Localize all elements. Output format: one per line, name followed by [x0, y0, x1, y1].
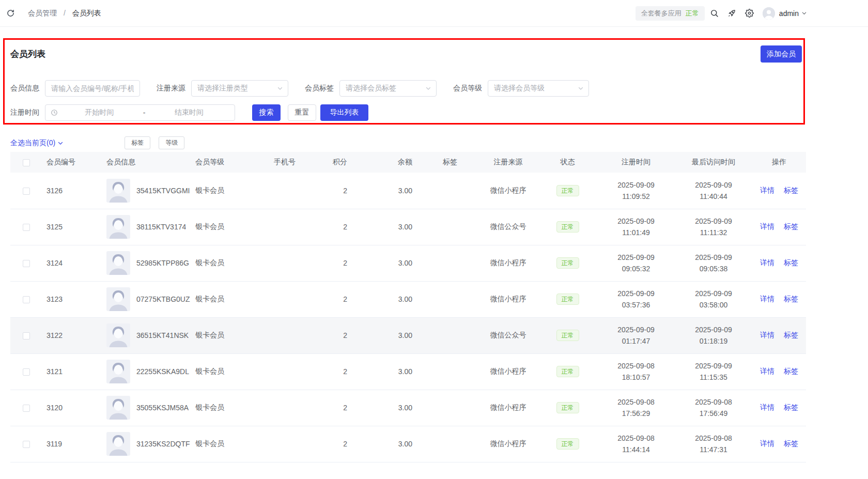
- gear-icon[interactable]: [742, 6, 757, 21]
- detail-link[interactable]: 详情: [760, 258, 774, 267]
- detail-link[interactable]: 详情: [760, 295, 774, 303]
- member-info-input[interactable]: [45, 80, 140, 97]
- row-checkbox[interactable]: [23, 405, 30, 412]
- select-all-current-page[interactable]: 全选当前页(0): [10, 138, 64, 148]
- member-id-cell: 3126: [42, 173, 104, 209]
- action-cell: 详情 标签: [752, 353, 806, 390]
- tag-link[interactable]: 标签: [784, 295, 798, 303]
- breadcrumb: 会员管理 / 会员列表: [28, 9, 101, 18]
- reset-button[interactable]: 重置: [288, 104, 316, 121]
- member-level-cell: 银卡会员: [193, 317, 261, 353]
- member-id-cell: 3120: [42, 390, 104, 426]
- balance-cell: 3.00: [360, 426, 422, 462]
- register-source-select[interactable]: 请选择注册类型: [191, 80, 288, 97]
- member-nickname: 36515KT41NSK: [136, 331, 189, 339]
- row-checkbox[interactable]: [23, 296, 30, 303]
- tag-cell: [422, 209, 478, 245]
- table-row: 3123 07275KTBG0UZ 银卡会员 2 3.00 微信小程序 正常: [10, 281, 806, 317]
- refresh-icon[interactable]: [4, 7, 17, 20]
- table-row: 3121 22255KSKA9DL 银卡会员 2 3.00 微信小程序 正常: [10, 353, 806, 390]
- balance-cell: 3.00: [360, 390, 422, 426]
- header-points: 积分: [308, 152, 360, 173]
- member-id-cell: 3123: [42, 281, 104, 317]
- status-badge: 正常: [556, 330, 579, 341]
- plan-badge: 全套餐多应用 正常: [636, 6, 705, 21]
- header-status: 状态: [538, 152, 597, 173]
- tag-link[interactable]: 标签: [784, 186, 798, 194]
- tag-link[interactable]: 标签: [784, 367, 798, 375]
- tag-link[interactable]: 标签: [784, 258, 798, 267]
- points-cell: 2: [308, 317, 360, 353]
- status-badge: 正常: [556, 221, 579, 233]
- action-cell: 详情 标签: [752, 173, 806, 209]
- register-time-range-picker[interactable]: 开始时间 - 结束时间: [45, 104, 235, 121]
- export-list-button[interactable]: 导出列表: [320, 104, 368, 121]
- detail-link[interactable]: 详情: [760, 331, 774, 339]
- tag-link[interactable]: 标签: [784, 331, 798, 339]
- username: admin: [779, 9, 799, 18]
- breadcrumb-member-management[interactable]: 会员管理: [28, 9, 57, 17]
- tag-link[interactable]: 标签: [784, 403, 798, 411]
- search-icon[interactable]: [707, 6, 722, 21]
- row-checkbox[interactable]: [23, 332, 30, 339]
- member-id-cell: 3121: [42, 353, 104, 390]
- source-cell: 微信公众号: [478, 317, 538, 353]
- member-table: 会员编号 会员信息 会员等级 手机号 积分 余额 标签 注册来源 状态 注册时间…: [10, 152, 806, 462]
- user-menu[interactable]: admin: [763, 7, 807, 20]
- member-avatar: [106, 215, 130, 239]
- clock-icon: [51, 109, 58, 116]
- action-cell: 详情 标签: [752, 209, 806, 245]
- member-nickname: 38115KTV3174: [136, 223, 186, 231]
- tag-link[interactable]: 标签: [784, 439, 798, 447]
- member-nickname: 22255KSKA9DL: [136, 367, 189, 376]
- detail-link[interactable]: 详情: [760, 439, 774, 447]
- header-member-info: 会员信息: [104, 152, 193, 173]
- status-cell: 正常: [538, 317, 597, 353]
- member-id-cell: 3125: [42, 209, 104, 245]
- start-time-placeholder[interactable]: 开始时间: [59, 108, 140, 117]
- tag-link[interactable]: 标签: [784, 222, 798, 230]
- add-member-button[interactable]: 添加会员: [761, 45, 802, 63]
- member-level-cell: 银卡会员: [193, 353, 261, 390]
- breadcrumb-member-list: 会员列表: [72, 9, 101, 17]
- breadcrumb-separator: /: [64, 9, 66, 17]
- points-cell: 2: [308, 209, 360, 245]
- tag-cell: [422, 317, 478, 353]
- balance-cell: 3.00: [360, 245, 422, 281]
- source-cell: 微信小程序: [478, 390, 538, 426]
- table-row: 3122 36515KT41NSK 银卡会员 2 3.00 微信公众号 正常: [10, 317, 806, 353]
- detail-link[interactable]: 详情: [760, 367, 774, 375]
- member-level-cell: 银卡会员: [193, 281, 261, 317]
- phone-cell: [261, 353, 308, 390]
- member-level-select[interactable]: 请选择会员等级: [488, 80, 589, 97]
- row-checkbox[interactable]: [23, 188, 30, 195]
- member-nickname: 31235KS2DQTF: [136, 440, 190, 448]
- header-source: 注册来源: [478, 152, 538, 173]
- select-all-checkbox[interactable]: [23, 159, 30, 166]
- row-checkbox[interactable]: [23, 368, 30, 376]
- action-cell: 详情 标签: [752, 390, 806, 426]
- table-row: 3119 31235KS2DQTF 银卡会员 2 3.00 微信小程序 正常: [10, 426, 806, 462]
- member-level-cell: 银卡会员: [193, 390, 261, 426]
- rocket-icon[interactable]: [724, 6, 740, 21]
- points-cell: 2: [308, 281, 360, 317]
- header-member-level: 会员等级: [193, 152, 261, 173]
- row-checkbox[interactable]: [23, 441, 30, 448]
- phone-cell: [261, 173, 308, 209]
- batch-tag-button[interactable]: 标签: [125, 136, 150, 149]
- row-checkbox[interactable]: [23, 224, 30, 231]
- status-cell: 正常: [538, 426, 597, 462]
- register-time-cell: 2025-09-09 01:17:47: [597, 317, 675, 353]
- plan-badge-label: 全套餐多应用: [641, 9, 681, 18]
- end-time-placeholder[interactable]: 结束时间: [148, 108, 229, 117]
- member-tag-select[interactable]: 请选择会员标签: [339, 80, 437, 97]
- row-checkbox[interactable]: [23, 260, 30, 267]
- detail-link[interactable]: 详情: [760, 222, 774, 230]
- user-avatar: [763, 7, 775, 20]
- tag-cell: [422, 173, 478, 209]
- header-register-time: 注册时间: [597, 152, 675, 173]
- detail-link[interactable]: 详情: [760, 403, 774, 411]
- search-button[interactable]: 搜索: [252, 104, 281, 121]
- detail-link[interactable]: 详情: [760, 186, 774, 194]
- batch-level-button[interactable]: 等级: [159, 136, 184, 149]
